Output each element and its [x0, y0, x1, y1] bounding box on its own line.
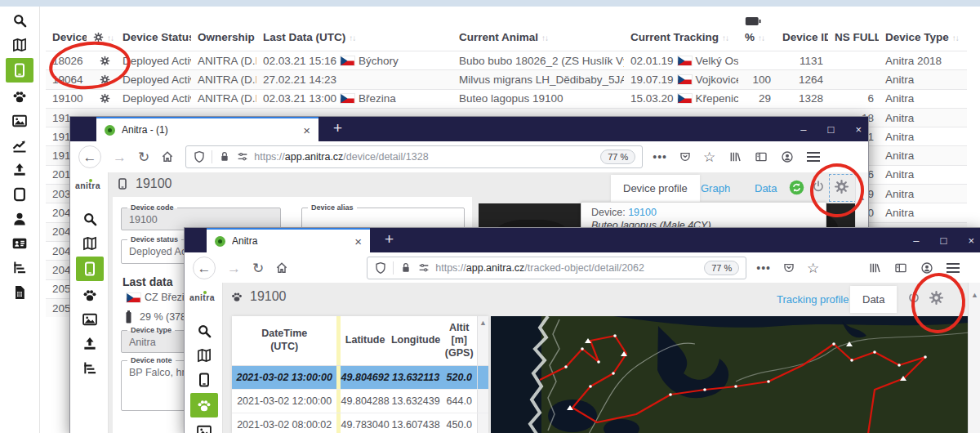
permissions-icon[interactable] — [236, 150, 249, 163]
pocket-icon[interactable] — [782, 261, 795, 275]
zoom-level[interactable]: 77 % — [600, 150, 635, 164]
tab-close-icon[interactable]: × — [354, 234, 362, 248]
sidebar-item-search[interactable] — [76, 208, 104, 230]
sidebars-icon[interactable] — [755, 150, 768, 163]
back-button[interactable]: ← — [193, 257, 216, 279]
sidebar-item-map[interactable] — [190, 344, 218, 366]
home-button[interactable] — [161, 150, 174, 163]
shield-icon[interactable] — [193, 150, 206, 163]
forward-button[interactable]: → — [227, 261, 241, 275]
account-icon[interactable] — [781, 150, 794, 163]
sidebar-item-hierarchy[interactable] — [6, 257, 33, 279]
table-scrollbar[interactable] — [477, 390, 488, 413]
sidebar-item-animals[interactable] — [6, 85, 33, 107]
table-scrollbar[interactable] — [477, 413, 488, 433]
library-icon[interactable] — [728, 150, 742, 163]
tab-device-profile[interactable]: Device profile — [611, 175, 700, 202]
sidebar-item-upload[interactable] — [6, 158, 33, 181]
sidebar-item-hierarchy[interactable] — [76, 357, 104, 379]
account-icon[interactable] — [920, 261, 933, 275]
close-button[interactable]: × — [968, 234, 974, 247]
sidebar-item-search[interactable] — [190, 319, 218, 341]
url-bar[interactable]: https://app.anitra.cz/device/detail/1328… — [185, 145, 643, 168]
reload-button[interactable]: ↻ — [252, 261, 264, 275]
table-row[interactable]: 18026Deployed ActiveANITRA (D.Rak)02.03.… — [46, 51, 967, 70]
permissions-icon[interactable] — [417, 261, 430, 275]
sidebar-item-animals[interactable] — [76, 283, 104, 306]
sort-icon[interactable]: ↑↓ — [107, 33, 114, 42]
window1-titlebar[interactable]: Anitra - (1) × + – □ × — [70, 117, 868, 141]
data-row[interactable]: 2021-03-02 12:00:0049.80428813.632439644… — [232, 390, 488, 413]
column-header[interactable]: Current Tracking↑↓ — [624, 7, 738, 51]
minimize-button[interactable]: – — [800, 123, 806, 136]
sidebar-item-search[interactable] — [6, 9, 33, 31]
sidebar-item-gallery[interactable] — [76, 308, 104, 330]
scroll-up-icon[interactable]: ▲ — [971, 291, 978, 299]
sidebar-item-map[interactable] — [6, 33, 33, 56]
column-header[interactable]: Ownership↑↓ — [191, 7, 256, 51]
column-header[interactable]: %↑↓ — [738, 7, 776, 51]
sidebar-item-contacts[interactable] — [6, 232, 33, 254]
sort-icon[interactable]: ↑↓ — [722, 33, 728, 42]
sidebar-item-frame[interactable] — [6, 183, 33, 205]
url-text[interactable]: https://app.anitra.cz/device/detail/1328 — [254, 151, 594, 163]
pocket-icon[interactable] — [679, 150, 692, 163]
tab-tracking-profile[interactable]: Tracking profile — [777, 293, 849, 306]
column-header[interactable]: Longitude — [390, 316, 442, 366]
column-header[interactable]: Latitude — [341, 316, 390, 366]
gear-icon[interactable] — [100, 93, 110, 104]
page-actions-icon[interactable]: ••• — [653, 150, 667, 163]
sidebar-item-gallery[interactable] — [6, 109, 33, 132]
new-tab-button[interactable]: + — [385, 230, 394, 248]
browser-tab[interactable]: Anitra × — [207, 228, 370, 252]
column-header[interactable]: Altit[m](GPS) — [442, 316, 478, 366]
bookmark-star-icon[interactable]: ☆ — [703, 149, 715, 166]
sidebar-item-upload[interactable] — [76, 333, 104, 355]
table-row[interactable]: 19100Deployed ActiveANITRA (D.Rak)02.03.… — [46, 89, 967, 108]
column-header[interactable]: Device Status↑↓ — [116, 7, 191, 51]
tooltip-device-link[interactable]: 19100 — [628, 207, 657, 218]
sidebar-item-users[interactable] — [6, 208, 33, 230]
browser-tab[interactable]: Anitra - (1) × — [96, 117, 318, 141]
data-row[interactable]: 2021-03-02 13:00:0049.80469213.632113520… — [232, 366, 488, 390]
page-actions-icon[interactable]: ••• — [756, 261, 771, 275]
minimize-button[interactable]: – — [913, 234, 919, 247]
tab-graph[interactable]: Graph — [701, 182, 730, 194]
sidebar-item-gallery[interactable] — [190, 420, 218, 433]
column-header[interactable]: Last Data (UTC)↑↓ — [256, 7, 452, 51]
lock-icon[interactable] — [399, 261, 412, 275]
maximize-button[interactable]: □ — [828, 123, 835, 136]
maximize-button[interactable]: □ — [941, 234, 947, 247]
column-header[interactable]: Device Type↑↓ — [879, 7, 967, 51]
sidebar-item-sim[interactable] — [6, 281, 33, 303]
bookmark-star-icon[interactable]: ☆ — [807, 260, 819, 277]
column-header[interactable]: DateTime(UTC) — [232, 316, 336, 366]
home-button[interactable] — [275, 261, 288, 275]
reload-button[interactable]: ↻ — [138, 150, 149, 164]
zoom-level[interactable]: 77 % — [704, 261, 739, 275]
tab-data[interactable]: Data — [755, 182, 777, 194]
new-tab-button[interactable]: + — [333, 119, 342, 137]
url-text[interactable]: https://app.anitra.cz/tracked-object/det… — [435, 262, 697, 274]
forward-button[interactable]: → — [113, 150, 127, 164]
sidebar-item-device[interactable] — [6, 58, 33, 83]
tab-close-icon[interactable]: × — [303, 123, 310, 137]
back-button[interactable]: ← — [78, 145, 101, 168]
sidebar-item-map[interactable] — [76, 232, 104, 254]
data-row[interactable]: 2021-03-02 08:00:0249.78304013.607438450… — [232, 413, 488, 433]
window2-scrollbar[interactable]: ▲ — [968, 283, 980, 433]
tracking-map[interactable] — [491, 316, 969, 433]
column-header[interactable]: Current Animal↑↓ — [452, 7, 624, 51]
table-scrollbar[interactable] — [477, 366, 488, 390]
column-header[interactable]: NS FULL↑↓ — [828, 7, 879, 51]
menu-icon[interactable] — [807, 152, 820, 162]
column-header[interactable]: Device ID↑↓ — [776, 7, 828, 51]
sort-icon[interactable]: ↑↓ — [952, 33, 959, 42]
sort-icon[interactable]: ↑↓ — [349, 33, 355, 42]
sidebar-item-charts[interactable] — [6, 134, 33, 156]
lock-icon[interactable] — [218, 150, 231, 163]
window2-titlebar[interactable]: Anitra × + – □ × — [185, 228, 980, 252]
menu-icon[interactable] — [947, 263, 960, 273]
library-icon[interactable] — [868, 261, 881, 275]
sidebar-item-device[interactable] — [76, 257, 104, 281]
